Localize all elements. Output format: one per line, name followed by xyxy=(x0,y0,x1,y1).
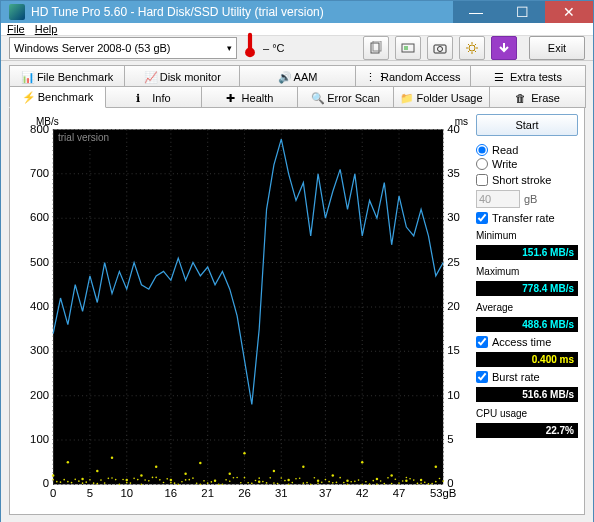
svg-point-74 xyxy=(273,470,275,472)
tab-file-benchmark[interactable]: 📊File Benchmark xyxy=(9,65,125,87)
svg-point-101 xyxy=(108,478,110,480)
svg-point-150 xyxy=(288,483,290,485)
svg-text:35: 35 xyxy=(447,167,460,179)
svg-point-89 xyxy=(63,479,65,481)
svg-point-139 xyxy=(247,482,249,484)
svg-point-8 xyxy=(469,45,475,51)
save-button[interactable] xyxy=(491,36,517,60)
svg-point-102 xyxy=(111,477,113,479)
svg-point-182 xyxy=(406,477,408,479)
access-value: 0.400 ms xyxy=(476,352,578,367)
svg-point-167 xyxy=(350,481,352,483)
svg-point-117 xyxy=(166,478,168,480)
svg-point-120 xyxy=(177,483,179,485)
svg-point-151 xyxy=(291,482,293,484)
minimize-button[interactable]: — xyxy=(453,1,499,23)
benchmark-icon: ⚡ xyxy=(22,91,34,103)
tab-random-access[interactable]: ⋮⋮Random Access xyxy=(355,65,471,87)
tab-folder-usage[interactable]: 📁Folder Usage xyxy=(393,86,490,108)
svg-point-68 xyxy=(184,472,186,474)
svg-text:0: 0 xyxy=(50,487,56,499)
drive-select[interactable]: Windows Server 2008-0 (53 gB) xyxy=(9,37,237,59)
check-short-stroke[interactable]: Short stroke xyxy=(476,174,578,186)
svg-point-88 xyxy=(60,481,62,483)
start-button[interactable]: Start xyxy=(476,114,578,136)
svg-point-157 xyxy=(314,477,316,479)
check-burst-rate[interactable]: Burst rate xyxy=(476,371,578,383)
svg-point-134 xyxy=(229,480,231,482)
svg-point-106 xyxy=(126,482,128,484)
svg-point-143 xyxy=(262,481,264,483)
svg-point-73 xyxy=(258,480,260,482)
tab-extra-tests[interactable]: ☰Extra tests xyxy=(470,65,586,87)
svg-point-112 xyxy=(148,480,150,482)
svg-point-94 xyxy=(82,482,84,484)
svg-point-129 xyxy=(211,481,213,483)
copy-screenshot-button[interactable] xyxy=(395,36,421,60)
copy-info-button[interactable] xyxy=(363,36,389,60)
svg-point-85 xyxy=(435,465,437,467)
svg-point-179 xyxy=(395,478,397,480)
drive-select-value: Windows Server 2008-0 (53 gB) xyxy=(14,42,171,54)
svg-point-114 xyxy=(155,477,157,479)
svg-point-108 xyxy=(133,478,135,480)
svg-point-113 xyxy=(152,477,154,479)
svg-point-190 xyxy=(435,481,437,483)
folder-icon: 📁 xyxy=(400,92,412,104)
svg-rect-5 xyxy=(404,46,408,50)
search-icon: 🔍 xyxy=(311,92,323,104)
short-stroke-unit: gB xyxy=(524,193,537,205)
svg-text:25: 25 xyxy=(447,256,460,268)
titlebar[interactable]: HD Tune Pro 5.60 - Hard Disk/SSD Utility… xyxy=(1,1,593,23)
svg-text:30: 30 xyxy=(447,211,460,223)
svg-point-59 xyxy=(52,474,54,476)
svg-point-180 xyxy=(398,482,400,484)
short-stroke-spin: gB xyxy=(476,190,578,208)
svg-point-81 xyxy=(376,478,378,480)
save-screenshot-button[interactable] xyxy=(427,36,453,60)
tab-error-scan[interactable]: 🔍Error Scan xyxy=(297,86,394,108)
svg-text:400: 400 xyxy=(30,300,49,312)
svg-point-192 xyxy=(442,480,444,482)
svg-point-144 xyxy=(266,482,268,484)
menu-file[interactable]: File xyxy=(7,23,25,35)
svg-point-169 xyxy=(358,479,360,481)
tab-disk-monitor[interactable]: 📈Disk monitor xyxy=(124,65,240,87)
svg-point-138 xyxy=(244,477,246,479)
avg-value: 488.6 MB/s xyxy=(476,317,578,332)
tab-erase[interactable]: 🗑Erase xyxy=(489,86,586,108)
svg-point-155 xyxy=(306,482,308,484)
benchmark-chart: MB/s ms trial version 010020030040050060… xyxy=(16,114,470,508)
maximize-button[interactable]: ☐ xyxy=(499,1,545,23)
svg-point-123 xyxy=(188,479,190,481)
svg-point-62 xyxy=(96,470,98,472)
close-button[interactable]: ✕ xyxy=(545,1,593,23)
list-icon: ☰ xyxy=(494,71,506,83)
radio-read[interactable]: Read xyxy=(476,144,578,156)
menu-help[interactable]: Help xyxy=(35,23,58,35)
radio-write[interactable]: Write xyxy=(476,158,578,170)
thermometer-icon xyxy=(243,38,257,58)
tab-aam[interactable]: 🔊AAM xyxy=(239,65,355,87)
svg-point-90 xyxy=(67,481,69,483)
tab-benchmark[interactable]: ⚡Benchmark xyxy=(9,86,106,108)
check-access-time[interactable]: Access time xyxy=(476,336,578,348)
svg-point-63 xyxy=(111,457,113,459)
options-button[interactable] xyxy=(459,36,485,60)
svg-point-111 xyxy=(144,479,146,481)
cpu-label: CPU usage xyxy=(476,408,578,419)
svg-point-130 xyxy=(214,480,216,482)
svg-point-107 xyxy=(130,482,132,484)
svg-point-122 xyxy=(185,479,187,481)
svg-text:10: 10 xyxy=(120,487,133,499)
svg-point-183 xyxy=(409,478,411,480)
tab-health[interactable]: ✚Health xyxy=(201,86,298,108)
burst-value: 516.6 MB/s xyxy=(476,387,578,402)
check-transfer-rate[interactable]: Transfer rate xyxy=(476,212,578,224)
exit-button[interactable]: Exit xyxy=(529,36,585,60)
svg-point-136 xyxy=(236,477,238,479)
svg-rect-1 xyxy=(248,33,252,50)
svg-point-154 xyxy=(303,482,305,484)
tab-info[interactable]: ℹInfo xyxy=(105,86,202,108)
svg-point-60 xyxy=(67,461,69,463)
